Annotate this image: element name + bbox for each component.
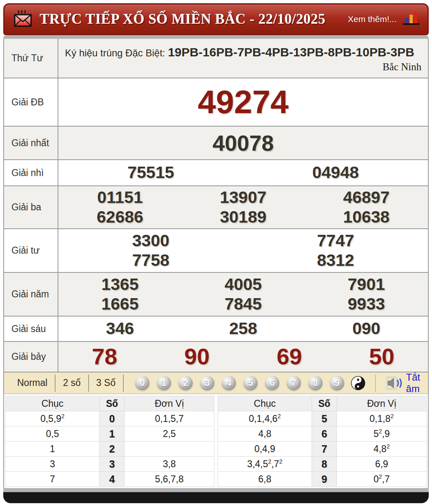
tab-2-số[interactable]: 2 số <box>56 377 88 388</box>
number-ball-1[interactable]: 1 <box>157 376 171 390</box>
stats-cell-so: 9 <box>312 472 336 487</box>
yin-yang-icon[interactable] <box>351 376 365 390</box>
speaker-icon <box>386 376 403 390</box>
stats-header-chuc: Chục <box>6 396 100 411</box>
widget-bottom-frame <box>3 492 429 503</box>
prize-number: 46897 <box>343 188 390 207</box>
number-ball-4[interactable]: 4 <box>222 376 236 390</box>
prize-number: 8312 <box>317 251 354 270</box>
prize-label: Giải sáu <box>4 317 58 341</box>
prize-number: 1365 <box>101 275 138 294</box>
prize-number: 40078 <box>212 131 274 155</box>
stats-row: 12 <box>6 442 214 457</box>
tab-divider <box>123 375 124 392</box>
mute-label: Tắt âm <box>406 372 422 395</box>
prize-number: 7845 <box>225 295 262 314</box>
tab-3-số[interactable]: 3 Số <box>89 377 123 388</box>
number-ball-7[interactable]: 7 <box>287 376 301 390</box>
prize-number: 258 <box>229 319 257 338</box>
prize-row: Giải tư3300774777588312 <box>4 228 428 272</box>
stats-cell-donvi: 4,82 <box>337 442 427 457</box>
stats-cell-chuc: 0,1,4,62 <box>218 411 312 426</box>
control-bar: Normal2 số3 Số 0123456789 Tắt âm <box>3 372 429 394</box>
stats-cell-donvi: 0,1,5,7 <box>125 411 214 426</box>
stats-cell-donvi <box>125 442 214 457</box>
prize-row: Giải nhất40078 <box>4 126 428 159</box>
prize-number: 04948 <box>312 163 359 182</box>
stats-row: 4,8652,9 <box>218 426 427 442</box>
special-sign-cell: Ký hiệu trúng Đặc Biệt: 19PB-16PB-7PB-4P… <box>58 39 428 78</box>
stats-row: 0,1,4,6250,1,82 <box>218 411 427 426</box>
stats-header-so: Số <box>99 396 124 411</box>
number-ball-9[interactable]: 9 <box>330 376 344 390</box>
prize-number: 10638 <box>343 208 390 227</box>
number-ball-5[interactable]: 5 <box>243 376 258 390</box>
weekday-label: Thứ Tư <box>4 39 58 78</box>
prize-number: 78 <box>92 344 117 370</box>
prize-label: Giải nhì <box>4 160 58 185</box>
stats-cell-chuc: 3,4,52,72 <box>218 457 312 472</box>
special-sign-value: 19PB-16PB-7PB-4PB-13PB-8PB-10PB-3PB <box>168 45 414 59</box>
stats-header-donvi: Đơn Vị <box>337 396 427 411</box>
mute-button[interactable]: Tắt âm <box>386 372 422 395</box>
prize-row: Giải nhì7551504948 <box>4 159 428 185</box>
prize-label: Giải ĐB <box>4 78 58 126</box>
number-ball-3[interactable]: 3 <box>200 376 214 390</box>
stats-cell-donvi: 3,8 <box>125 457 214 472</box>
stats-cell-so: 1 <box>99 426 124 442</box>
bar-chart-icon[interactable] <box>402 10 420 28</box>
stats-cell-donvi: 6,9 <box>337 457 427 472</box>
control-divider <box>375 375 376 392</box>
prize-number: 9933 <box>348 295 385 314</box>
stats-row: 0,512,5 <box>6 426 214 442</box>
page-title: TRỰC TIẾP XỔ SỐ MIỀN BẮC - 22/10/2025 <box>40 11 325 27</box>
prize-number: 1665 <box>101 295 138 314</box>
tab-normal[interactable]: Normal <box>10 377 55 388</box>
stats-cell-chuc: 6,8 <box>218 472 312 487</box>
number-ball-6[interactable]: 6 <box>265 376 279 390</box>
stats-row: 333,8 <box>6 457 214 472</box>
number-ball-8[interactable]: 8 <box>308 376 323 390</box>
stats-cell-chuc: 0,4,9 <box>218 442 312 457</box>
stats-header-chuc: Chục <box>218 396 312 411</box>
stats-cell-so: 5 <box>312 411 336 426</box>
number-ball-0[interactable]: 0 <box>135 376 149 390</box>
prize-number: 13907 <box>220 188 266 207</box>
stats-cell-donvi: 02,7 <box>337 472 427 487</box>
stats-cell-chuc: 1 <box>6 442 100 457</box>
prize-label: Giải ba <box>4 186 58 228</box>
hot-mail-envelope-icon <box>12 9 33 30</box>
prize-number: 346 <box>106 319 134 338</box>
prize-number: 7901 <box>348 275 385 294</box>
stats-row: 0,5,9200,1,5,7 <box>6 411 214 426</box>
prize-values: 346258090 <box>58 317 428 341</box>
prize-values: 136540057901166578459933 <box>58 273 428 316</box>
stats-row: 0,4,974,82 <box>218 442 427 457</box>
stats-cell-donvi: 52,9 <box>337 426 427 442</box>
stats-cell-donvi: 5,6,7,8 <box>125 472 214 487</box>
stats-row: 3,4,52,7286,9 <box>218 457 427 472</box>
stats-row: 745,6,7,8 <box>6 472 214 487</box>
stats-cell-so: 2 <box>99 442 124 457</box>
stats-cell-so: 0 <box>99 411 124 426</box>
digit-stats-section: ChụcSốĐơn Vị 0,5,9200,1,5,70,512,512333,… <box>3 394 429 488</box>
see-more-link[interactable]: Xem thêm!... <box>348 14 396 24</box>
stats-cell-donvi: 2,5 <box>125 426 214 442</box>
prize-label: Giải bảy <box>4 342 58 372</box>
stats-cell-chuc: 0,5 <box>6 426 100 442</box>
prize-values: 7551504948 <box>58 160 428 185</box>
prize-number: 69 <box>276 344 302 370</box>
number-ball-2[interactable]: 2 <box>178 376 193 390</box>
prize-number: 3300 <box>132 232 169 250</box>
prize-number: 090 <box>352 319 380 338</box>
province-name: Bắc Ninh <box>383 59 421 75</box>
stats-cell-chuc: 0,5,92 <box>6 411 100 426</box>
prize-row: Giải sáu346258090 <box>4 316 428 341</box>
stats-cell-so: 6 <box>312 426 336 442</box>
bottom-divider-strip <box>3 488 429 492</box>
lottery-widget: TRỰC TIẾP XỔ SỐ MIỀN BẮC - 22/10/2025 Xe… <box>3 3 429 503</box>
prize-label: Giải tư <box>4 229 58 272</box>
stats-cell-so: 7 <box>312 442 336 457</box>
prize-number: 62686 <box>97 208 143 227</box>
prize-values: 49274 <box>58 78 428 126</box>
